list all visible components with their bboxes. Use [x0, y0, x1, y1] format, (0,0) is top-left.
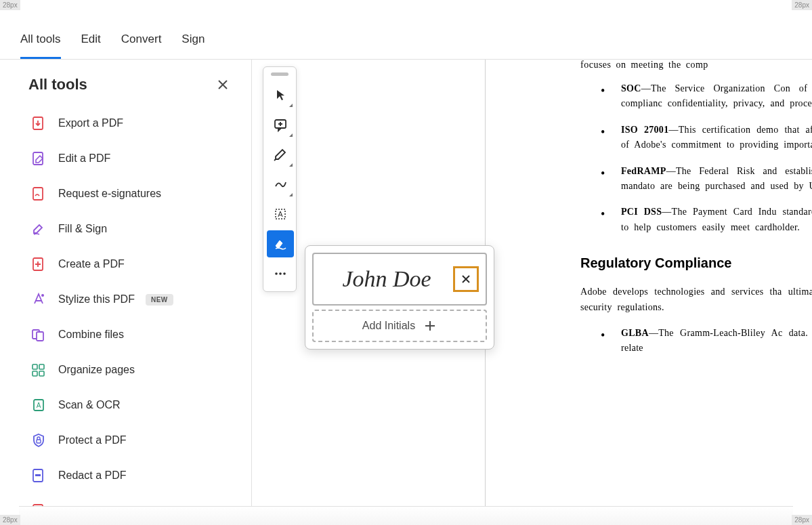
svg-rect-6	[37, 332, 43, 341]
corner-dimension-label: 28px	[792, 0, 812, 10]
sidebar-item-compress-a-pdf[interactable]: Compress a PDF	[7, 493, 244, 506]
add-initials-label: Add Initials	[362, 320, 415, 332]
svg-text:A: A	[278, 210, 283, 218]
fill-sign-icon	[30, 220, 47, 238]
export-pdf-icon	[30, 114, 47, 132]
scan-ocr-icon: A	[30, 396, 47, 414]
chevron-down-icon	[289, 104, 293, 107]
svg-rect-8	[39, 364, 44, 369]
document-area: A John Doe Add Initials focu	[252, 60, 812, 506]
protect-pdf-icon	[30, 432, 47, 449]
doc-bullet-item: ISO 27001—This certification demo that a…	[601, 123, 812, 153]
tool-label: Redact a PDF	[58, 469, 126, 482]
tool-label: Export a PDF	[58, 117, 123, 129]
sidebar-item-redact-a-pdf[interactable]: Redact a PDF	[7, 458, 244, 493]
redact-pdf-icon	[30, 467, 47, 484]
chevron-down-icon	[289, 133, 293, 137]
tool-label: Organize pages	[58, 364, 135, 376]
chevron-down-icon	[289, 193, 293, 196]
plus-icon	[423, 319, 437, 333]
tool-label: Fill & Sign	[58, 223, 107, 235]
bottom-strip	[19, 506, 793, 525]
sidebar-item-create-a-pdf[interactable]: Create a PDF	[7, 247, 244, 282]
add-text-tool-button[interactable]: A	[267, 201, 294, 228]
draw-tool-icon	[273, 177, 288, 192]
request-signatures-icon	[30, 185, 47, 203]
close-icon	[217, 79, 228, 90]
tab-edit[interactable]: Edit	[81, 22, 101, 59]
highlight-tool-button[interactable]	[267, 141, 294, 168]
sidebar-item-request-e-signatures[interactable]: Request e-signatures	[7, 176, 244, 211]
document-content[interactable]: focuses on meeting the comp SOC—The Serv…	[485, 60, 812, 506]
svg-point-22	[283, 272, 286, 275]
stylize-pdf-icon	[30, 291, 47, 308]
corner-dimension-label: 28px	[0, 0, 20, 10]
comment-tool-button[interactable]	[267, 111, 294, 138]
create-pdf-icon	[30, 255, 47, 273]
tool-label: Create a PDF	[58, 258, 125, 270]
signature-popup: John Doe Add Initials	[305, 245, 494, 350]
organize-pages-icon	[30, 361, 47, 379]
signature-option[interactable]: John Doe	[312, 253, 487, 306]
doc-bullet-item: SOC—The Service Organization Con of Publ…	[601, 81, 812, 112]
close-sidebar-button[interactable]	[215, 77, 231, 93]
floating-toolbar: A	[263, 66, 297, 292]
corner-dimension-label: 28px	[0, 515, 20, 525]
svg-rect-2	[33, 188, 43, 200]
tab-convert[interactable]: Convert	[121, 22, 162, 59]
tool-label: Scan & OCR	[58, 399, 121, 411]
doc-bullet-item: PCI DSS—The Payment Card Indu standard f…	[601, 205, 812, 235]
tool-label: Request e-signatures	[58, 188, 161, 200]
doc-bullet-item: GLBA—The Gramm-Leach-Bliley Ac data. A "…	[601, 326, 812, 356]
combine-files-icon	[30, 326, 47, 343]
select-tool-icon	[274, 88, 287, 102]
svg-rect-13	[37, 440, 41, 443]
add-initials-button[interactable]: Add Initials	[312, 310, 487, 342]
more-tools-icon	[273, 266, 288, 281]
svg-point-20	[275, 272, 278, 275]
svg-rect-9	[33, 371, 37, 376]
edit-pdf-icon	[30, 150, 47, 167]
svg-rect-10	[39, 371, 44, 376]
delete-signature-button[interactable]	[453, 266, 479, 292]
select-tool-button[interactable]	[267, 81, 294, 108]
top-tabs: All tools Edit Convert Sign	[0, 0, 812, 60]
sidebar-item-combine-files[interactable]: Combine files	[7, 317, 244, 352]
close-icon	[461, 274, 471, 285]
svg-rect-7	[33, 364, 37, 369]
corner-dimension-label: 28px	[792, 515, 812, 525]
more-tools-button[interactable]	[267, 260, 294, 287]
sidebar-item-organize-pages[interactable]: Organize pages	[7, 352, 244, 387]
svg-rect-15	[35, 474, 41, 476]
sidebar-panel: All tools Export a PDFEdit a PDFRequest …	[0, 60, 252, 506]
doc-intro-text: focuses on meeting the comp	[580, 60, 812, 70]
new-badge: NEW	[146, 294, 173, 306]
doc-paragraph: Adobe develops technologies and services…	[580, 285, 812, 315]
chevron-down-icon	[289, 163, 293, 167]
toolbar-grip-icon[interactable]	[271, 72, 289, 76]
signature-preview: John Doe	[320, 266, 453, 292]
sidebar-item-export-a-pdf[interactable]: Export a PDF	[7, 106, 244, 141]
draw-tool-button[interactable]	[267, 171, 294, 198]
sidebar-item-scan-ocr[interactable]: AScan & OCR	[7, 387, 244, 423]
sidebar-item-fill-sign[interactable]: Fill & Sign	[7, 211, 244, 247]
highlight-tool-icon	[273, 147, 288, 162]
sidebar-title: All tools	[28, 76, 87, 93]
sidebar-item-edit-a-pdf[interactable]: Edit a PDF	[7, 141, 244, 176]
tab-all-tools[interactable]: All tools	[20, 22, 61, 59]
tool-label: Stylize this PDF	[58, 293, 135, 306]
tool-label: Edit a PDF	[58, 152, 110, 165]
tool-label: Protect a PDF	[58, 434, 126, 446]
doc-heading: Regulatory Compliance	[580, 255, 812, 271]
svg-point-4	[41, 294, 44, 297]
add-text-tool-icon: A	[273, 207, 288, 222]
tool-label: Combine files	[58, 329, 124, 341]
svg-point-21	[279, 272, 282, 275]
sidebar-item-protect-a-pdf[interactable]: Protect a PDF	[7, 423, 244, 458]
sign-tool-icon	[273, 236, 288, 251]
sidebar-item-stylize-this-pdf[interactable]: Stylize this PDFNEW	[7, 282, 244, 317]
comment-tool-icon	[273, 117, 288, 132]
doc-bullet-item: FedRAMP—The Federal Risk and established…	[601, 164, 812, 194]
sign-tool-button[interactable]	[267, 230, 294, 257]
tab-sign[interactable]: Sign	[181, 22, 205, 59]
